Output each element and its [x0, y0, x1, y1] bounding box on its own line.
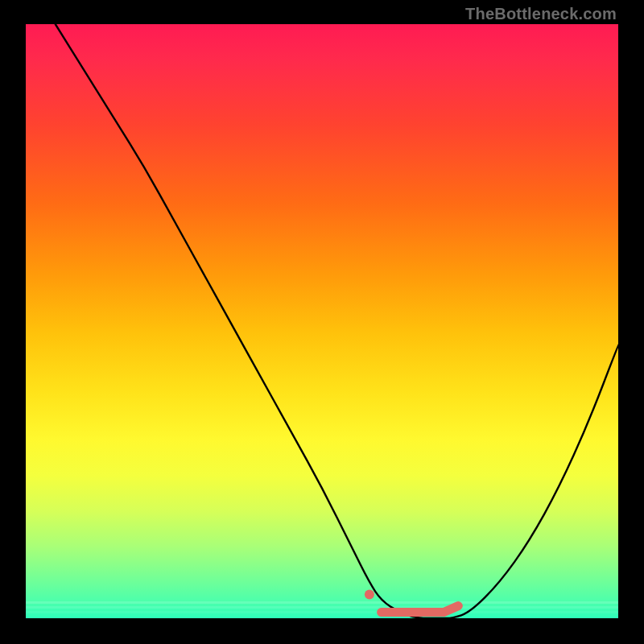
chart-container: TheBottleneck.com [0, 0, 644, 644]
optimal-point-marker [365, 589, 374, 599]
chart-svg [26, 24, 618, 618]
bottleneck-curve [56, 24, 618, 618]
plot-area [26, 24, 618, 618]
watermark-text: TheBottleneck.com [465, 5, 617, 23]
optimal-range-marker [382, 606, 459, 613]
